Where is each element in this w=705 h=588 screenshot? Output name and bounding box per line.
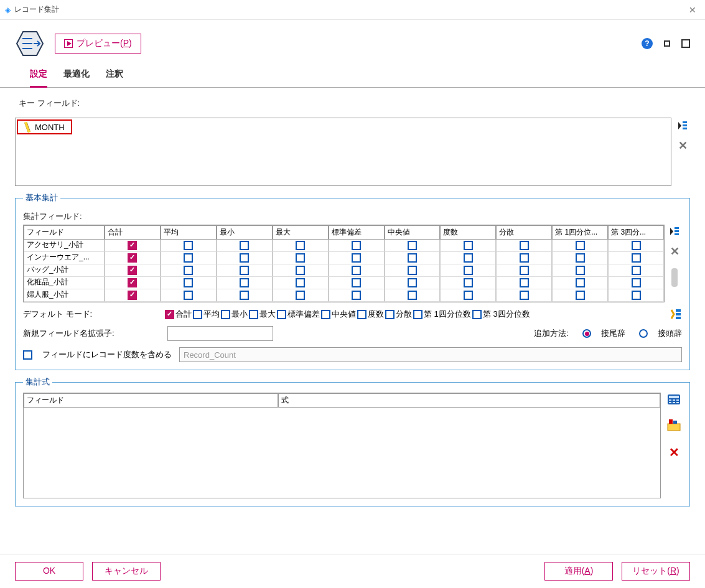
agg-checkbox[interactable]: [352, 266, 361, 275]
agg-checkbox[interactable]: [632, 291, 641, 300]
agg-checkbox[interactable]: [240, 266, 249, 275]
agg-col-header[interactable]: 最大: [273, 225, 329, 240]
include-count-checkbox[interactable]: [23, 350, 32, 360]
tab-settings[interactable]: 設定: [30, 65, 47, 88]
clear-agg-icon[interactable]: ✕: [670, 245, 679, 258]
agg-checkbox[interactable]: [128, 278, 137, 287]
agg-checkbox[interactable]: [240, 253, 249, 263]
radio-prefix[interactable]: [639, 329, 648, 338]
agg-col-header[interactable]: 第 1四分位...: [552, 225, 608, 240]
preview-button[interactable]: プレビュー(P): [55, 34, 141, 54]
agg-checkbox[interactable]: [464, 291, 473, 300]
mode-checkbox[interactable]: [385, 310, 395, 319]
mode-checkbox[interactable]: [193, 310, 202, 319]
agg-checkbox[interactable]: [408, 253, 417, 263]
agg-checkbox[interactable]: [408, 278, 417, 287]
table-row[interactable]: インナーウエア_...: [24, 252, 664, 264]
count-field-name-input[interactable]: Record_Count: [179, 347, 682, 362]
agg-col-header[interactable]: 標準偏差: [329, 225, 385, 240]
agg-checkbox[interactable]: [296, 253, 305, 263]
agg-checkbox[interactable]: [520, 291, 529, 300]
expression-builder-icon[interactable]: [667, 419, 681, 434]
agg-checkbox[interactable]: [128, 266, 137, 275]
agg-checkbox[interactable]: [576, 266, 585, 275]
agg-checkbox[interactable]: [632, 241, 641, 250]
table-row[interactable]: バッグ_小計: [24, 264, 664, 277]
agg-checkbox[interactable]: [240, 278, 249, 287]
agg-col-header[interactable]: 第 3四分...: [608, 225, 664, 240]
mode-checkbox[interactable]: [165, 310, 174, 319]
pick-fields-icon[interactable]: [677, 120, 688, 131]
agg-checkbox[interactable]: [184, 291, 193, 300]
agg-checkbox[interactable]: [184, 278, 193, 287]
agg-checkbox[interactable]: [520, 253, 529, 263]
mode-checkbox[interactable]: [357, 310, 367, 319]
agg-checkbox[interactable]: [296, 241, 305, 250]
agg-checkbox[interactable]: [576, 253, 585, 263]
mode-checkbox[interactable]: [413, 310, 423, 319]
agg-checkbox[interactable]: [352, 241, 361, 250]
scrollbar[interactable]: [671, 268, 678, 287]
mode-checkbox[interactable]: [221, 310, 230, 319]
tab-optimize[interactable]: 最適化: [63, 65, 90, 87]
tab-annotate[interactable]: 注釈: [106, 65, 123, 87]
agg-checkbox[interactable]: [632, 266, 641, 275]
mode-checkbox[interactable]: [321, 310, 330, 319]
table-row[interactable]: アクセサリ_小計: [24, 240, 664, 252]
key-fields-list[interactable]: 📏 MONTH: [15, 118, 671, 186]
maximize-icon[interactable]: [681, 39, 690, 48]
agg-checkbox[interactable]: [464, 266, 473, 275]
ext-input[interactable]: [167, 326, 273, 341]
agg-col-header[interactable]: 平均: [161, 225, 217, 240]
agg-col-header[interactable]: フィールド: [24, 225, 105, 240]
help-icon[interactable]: ?: [642, 38, 653, 49]
expr-table[interactable]: フィールド 式: [23, 393, 661, 498]
agg-checkbox[interactable]: [576, 291, 585, 300]
agg-checkbox[interactable]: [576, 278, 585, 287]
agg-checkbox[interactable]: [352, 278, 361, 287]
table-row[interactable]: 化粧品_小計: [24, 277, 664, 289]
apply-all-icon[interactable]: [670, 309, 682, 320]
agg-checkbox[interactable]: [296, 266, 305, 275]
agg-checkbox[interactable]: [632, 278, 641, 287]
close-icon[interactable]: ✕: [685, 5, 700, 15]
ok-button[interactable]: OK: [15, 562, 83, 581]
key-field-chip[interactable]: 📏 MONTH: [17, 119, 72, 134]
agg-checkbox[interactable]: [408, 241, 417, 250]
agg-col-header[interactable]: 度数: [440, 225, 496, 240]
agg-table[interactable]: フィールド合計平均最小最大標準偏差中央値度数分散第 1四分位...第 3四分..…: [23, 225, 665, 302]
agg-checkbox[interactable]: [128, 253, 137, 263]
table-row[interactable]: 婦人服_小計: [24, 289, 664, 302]
agg-checkbox[interactable]: [240, 241, 249, 250]
agg-checkbox[interactable]: [576, 241, 585, 250]
cancel-button[interactable]: キャンセル: [92, 562, 161, 581]
reset-button[interactable]: リセット(R): [622, 562, 690, 581]
agg-checkbox[interactable]: [408, 291, 417, 300]
agg-checkbox[interactable]: [128, 291, 137, 300]
agg-checkbox[interactable]: [464, 241, 473, 250]
mode-checkbox[interactable]: [249, 310, 258, 319]
restore-icon[interactable]: [664, 40, 670, 47]
clear-key-icon[interactable]: ✕: [678, 139, 688, 152]
agg-checkbox[interactable]: [352, 291, 361, 300]
mode-checkbox[interactable]: [277, 310, 286, 319]
agg-checkbox[interactable]: [240, 291, 249, 300]
agg-col-header[interactable]: 合計: [105, 225, 161, 240]
agg-checkbox[interactable]: [464, 253, 473, 263]
mode-checkbox[interactable]: [472, 310, 482, 319]
agg-col-header[interactable]: 最小: [217, 225, 273, 240]
agg-col-header[interactable]: 中央値: [385, 225, 441, 240]
calculator-icon[interactable]: [667, 394, 681, 408]
agg-checkbox[interactable]: [184, 253, 193, 263]
delete-expr-icon[interactable]: ✕: [669, 445, 679, 460]
agg-checkbox[interactable]: [520, 278, 529, 287]
agg-checkbox[interactable]: [352, 253, 361, 263]
radio-suffix[interactable]: [582, 329, 591, 338]
agg-checkbox[interactable]: [296, 278, 305, 287]
agg-checkbox[interactable]: [520, 241, 529, 250]
agg-checkbox[interactable]: [464, 278, 473, 287]
agg-checkbox[interactable]: [296, 291, 305, 300]
agg-checkbox[interactable]: [520, 266, 529, 275]
agg-col-header[interactable]: 分散: [496, 225, 552, 240]
agg-checkbox[interactable]: [408, 266, 417, 275]
